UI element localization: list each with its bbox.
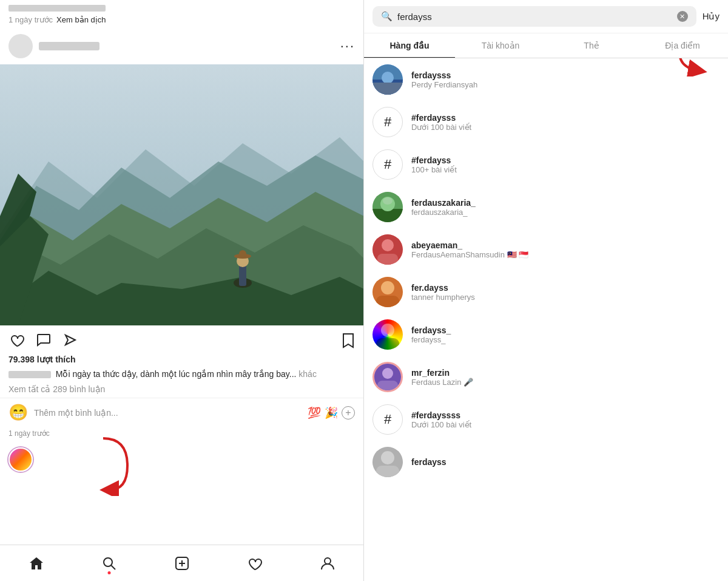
search-panel: 🔍 ferdayss ✕ Hủy Hàng đầu Tài khoản Thẻ … (364, 0, 728, 581)
result-avatar-5 (372, 277, 403, 307)
result-sub-4: FerdausAemanShamsudin 🇲🇾 🇸🇬 (411, 250, 528, 259)
result-sub-7: Ferdaus Lazin 🎤 (411, 378, 473, 387)
next-post-avatar (8, 447, 33, 472)
result-avatar-hashtag-8: # (372, 404, 403, 435)
nav-search-button[interactable] (101, 555, 118, 572)
emoji-party[interactable]: 🎉 (325, 406, 338, 420)
nav-add-button[interactable] (174, 555, 190, 572)
post-username-blurred (39, 42, 99, 50)
svg-rect-23 (372, 83, 403, 95)
result-name-9: ferdayss (411, 457, 447, 467)
tab-tags[interactable]: Thẻ (546, 33, 637, 58)
result-text-7: mr_ferzin Ferdaus Lazin 🎤 (411, 368, 473, 387)
result-text-2: #ferdayss 100+ bài viết (411, 155, 457, 174)
result-sub-8: Dưới 100 bài viết (411, 420, 471, 429)
search-result-ferdauszakaria[interactable]: ferdauszakaria_ ferdauszakaria_ (364, 186, 728, 228)
search-result-mrferzin[interactable]: mr_ferzin Ferdaus Lazin 🎤 (364, 356, 728, 398)
more-options-button[interactable]: ··· (340, 38, 355, 54)
search-result-ferdayss-user[interactable]: fer.dayss tanner humpherys (364, 271, 728, 313)
result-name-2: #ferdayss (411, 155, 457, 165)
see-more-link[interactable]: khác (298, 369, 317, 379)
post-actions-row (0, 325, 363, 355)
svg-point-18 (325, 558, 331, 564)
result-name-7: mr_ferzin (411, 368, 473, 378)
result-name-3: ferdauszakaria_ (411, 198, 476, 208)
svg-line-14 (112, 565, 116, 569)
search-result-abeyaeman[interactable]: abeyaeman_ FerdausAemanShamsudin 🇲🇾 🇸🇬 (364, 228, 728, 271)
result-text-8: #ferdayssss Dưới 100 bài viết (411, 410, 471, 429)
translate-link[interactable]: Xem bản dịch (56, 15, 106, 24)
search-results-list: ferdaysss Perdy Ferdiansyah # #ferd (364, 58, 728, 581)
bookmark-button[interactable] (342, 332, 355, 348)
svg-rect-40 (377, 381, 398, 390)
share-button[interactable] (62, 331, 79, 348)
post-timestamp: 1 ngày trước (0, 427, 363, 443)
result-sub-5: tanner humpherys (411, 293, 475, 302)
arrow-left-indicator (85, 435, 133, 496)
comment-input[interactable]: Thêm một bình luận... (34, 408, 302, 418)
tab-accounts[interactable]: Tài khoản (455, 33, 546, 58)
comment-button[interactable] (35, 331, 52, 348)
search-input-value[interactable]: ferdayss (397, 12, 432, 22)
tab-places[interactable]: Địa điểm (637, 33, 728, 58)
nav-home-button[interactable] (28, 555, 45, 572)
result-name-4: abeyaeman_ (411, 240, 528, 250)
result-sub-6: ferdayss_ (411, 335, 451, 344)
search-clear-button[interactable]: ✕ (677, 11, 688, 22)
result-avatar-4 (372, 234, 403, 265)
result-name-6: ferdayss_ (411, 325, 451, 335)
result-text-4: abeyaeman_ FerdausAemanShamsudin 🇲🇾 🇸🇬 (411, 240, 528, 259)
search-result-ferdayss-last[interactable]: ferdayss (364, 441, 728, 483)
svg-point-36 (381, 324, 394, 337)
svg-point-30 (382, 239, 394, 251)
result-avatar-hashtag-2: # (372, 149, 403, 180)
result-sub-2: 100+ bài viết (411, 165, 457, 174)
svg-rect-31 (377, 254, 398, 265)
result-name-8: #ferdayssss (411, 410, 471, 420)
search-icon: 🔍 (381, 11, 393, 22)
svg-point-22 (382, 72, 394, 84)
arrow-right-indicator (667, 58, 722, 79)
svg-point-33 (381, 281, 394, 294)
result-text-9: ferdayss (411, 457, 447, 467)
result-sub-1: Dưới 100 bài viết (411, 123, 471, 132)
search-tabs: Hàng đầu Tài khoản Thẻ Địa điểm (364, 33, 728, 58)
tab-top[interactable]: Hàng đầu (364, 33, 455, 58)
svg-rect-43 (376, 466, 399, 477)
search-result-ferdaysss[interactable]: ferdaysss Perdy Ferdiansyah (364, 58, 728, 101)
post-header: ··· (0, 28, 363, 64)
search-bar[interactable]: 🔍 ferdayss ✕ (372, 6, 696, 27)
svg-point-42 (381, 451, 394, 464)
result-avatar-0 (372, 64, 403, 95)
search-result-ferdayss-under[interactable]: ferdayss_ ferdayss_ (364, 313, 728, 356)
view-comments-link[interactable]: Xem tất cả 289 bình luận (0, 384, 363, 398)
result-sub-3: ferdauszakaria_ (411, 208, 476, 217)
search-result-hashtag-ferdaysss[interactable]: # #ferdaysss Dưới 100 bài viết (364, 101, 728, 143)
post-avatar (8, 34, 33, 58)
result-sub-0: Perdy Ferdiansyah (411, 80, 477, 89)
result-avatar-9 (372, 447, 403, 477)
search-result-hashtag-ferdayssss[interactable]: # #ferdayssss Dưới 100 bài viết (364, 398, 728, 441)
bottom-nav (0, 545, 364, 581)
add-comment-row: 😁 Thêm một bình luận... 💯 🎉 + (0, 398, 363, 427)
like-button[interactable] (8, 331, 25, 348)
result-text-6: ferdayss_ ferdayss_ (411, 325, 451, 344)
user-emoji-avatar: 😁 (8, 403, 28, 422)
svg-point-13 (104, 558, 112, 566)
result-avatar-7 (372, 362, 403, 392)
search-bar-row: 🔍 ferdayss ✕ Hủy (364, 0, 728, 33)
result-name-5: fer.dayss (411, 283, 475, 293)
result-text-0: ferdaysss Perdy Ferdiansyah (411, 70, 477, 89)
svg-rect-10 (239, 250, 246, 257)
nav-profile-button[interactable] (319, 555, 336, 572)
result-avatar-3 (372, 192, 403, 222)
svg-rect-37 (376, 338, 399, 350)
nav-heart-button[interactable] (246, 555, 263, 572)
result-avatar-6 (372, 319, 403, 350)
result-name-1: #ferdaysss (411, 113, 471, 123)
add-emoji-button[interactable]: + (342, 406, 355, 420)
cancel-search-button[interactable]: Hủy (703, 11, 720, 22)
result-text-3: ferdauszakaria_ ferdauszakaria_ (411, 198, 476, 217)
emoji-100[interactable]: 💯 (308, 406, 321, 420)
search-result-hashtag-ferdayss[interactable]: # #ferdayss 100+ bài viết (364, 143, 728, 186)
